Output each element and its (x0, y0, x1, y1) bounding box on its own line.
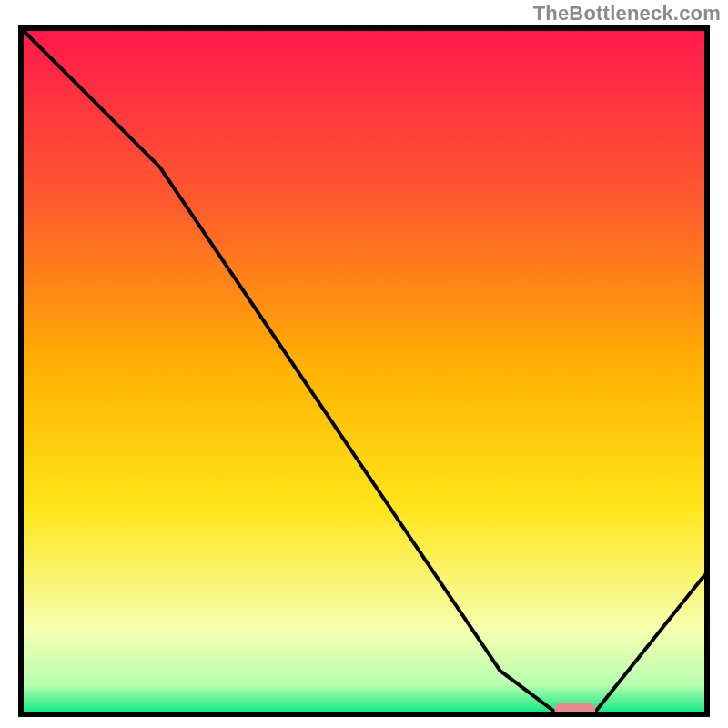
plot-area (18, 25, 710, 717)
attribution-label: TheBottleneck.com (533, 2, 721, 25)
chart-svg (18, 25, 710, 717)
chart-container: TheBottleneck.com (0, 0, 728, 728)
